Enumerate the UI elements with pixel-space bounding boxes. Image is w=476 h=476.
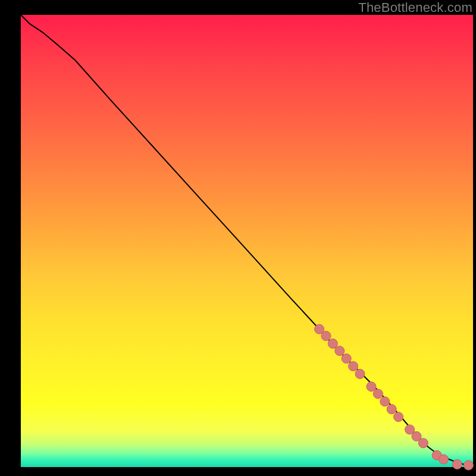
- plot-area: [21, 15, 473, 467]
- watermark-text: TheBottleneck.com: [358, 0, 472, 15]
- curve-marker: [380, 397, 390, 406]
- curve-marker: [367, 382, 376, 392]
- curve-marker: [349, 362, 358, 371]
- curve-marker: [452, 459, 462, 469]
- curve-marker: [355, 369, 365, 378]
- curve-marker: [418, 439, 428, 448]
- curve-marker: [342, 354, 351, 364]
- curve-marker: [464, 461, 473, 470]
- chart-frame: TheBottleneck.com: [0, 0, 476, 476]
- curve-marker: [373, 389, 383, 399]
- curve-markers: [315, 324, 474, 470]
- curve-marker: [335, 346, 345, 356]
- curve-marker: [321, 331, 331, 341]
- curve-marker: [328, 339, 337, 349]
- curve-marker: [394, 412, 403, 422]
- chart-svg: [21, 15, 473, 467]
- curve-line: [21, 15, 473, 465]
- curve-marker: [439, 455, 449, 464]
- curve-marker: [387, 405, 396, 414]
